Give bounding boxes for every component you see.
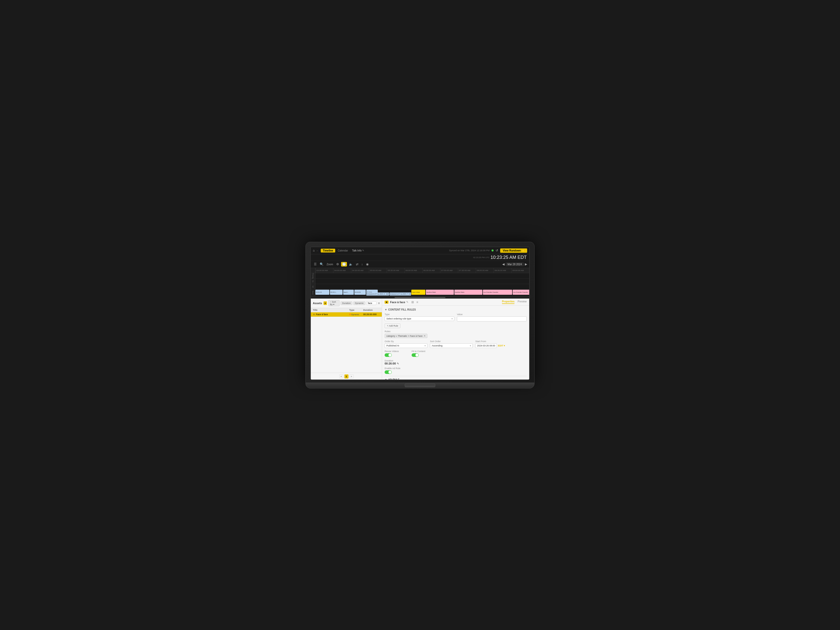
order-by-select[interactable]: Published At ▾	[385, 343, 427, 348]
duration-filter-button[interactable]: Duration	[341, 302, 352, 305]
pagination: « 1 »	[311, 373, 382, 379]
rules-section: Rules category = Thematic > Face à Face …	[385, 330, 527, 338]
ruler-mark-9: 07:30:00 AM	[458, 268, 476, 273]
timeline-block-apoiline1[interactable]: Apoiline Matin	[426, 290, 454, 295]
assets-add-button[interactable]: +	[324, 302, 327, 305]
timeline-block-gueules1[interactable]: Les Grandes Gueules	[483, 290, 512, 295]
sort-order-label: Sort Order	[430, 340, 473, 343]
section-toggle-icon[interactable]: ▼	[385, 308, 387, 311]
type-field-label: Type	[385, 313, 454, 316]
time-button[interactable]: 🕐	[341, 262, 347, 267]
next-page-button[interactable]: »	[349, 374, 354, 379]
ruler-mark-4: 05:00:00 AM	[369, 268, 387, 273]
order-by-label: Order By	[385, 340, 427, 343]
add-rule-button[interactable]: + Add Rule	[385, 324, 400, 328]
main-content: Assets + ↑ Sort By ▾ Duration Dynamic ≡	[311, 298, 529, 379]
order-by-value: Published At	[387, 344, 399, 347]
talk-info-edit-icon[interactable]: ✎	[362, 249, 364, 252]
back-icon[interactable]: ←	[316, 249, 319, 252]
grid-view-icon[interactable]: ⊞	[411, 300, 414, 304]
type-select-chevron: ▾	[452, 318, 453, 320]
col-type-header: Type	[349, 309, 363, 311]
volume-button[interactable]: 🔈	[348, 262, 354, 267]
timeline-block-face[interactable]: Face à face	[411, 290, 425, 295]
screen-bezel: ⌂ ← Timeline Calendar Talk Info ✎ Synced…	[305, 242, 535, 383]
toggles-row: Reuse Videos Fit to Content	[385, 350, 527, 357]
s1-track: S1	[311, 279, 529, 284]
ad-rule-section-header: ▼ AD RULE	[385, 378, 527, 379]
view-rundown-button[interactable]: View Rundown ⚡	[500, 248, 527, 253]
timeline-block-3[interactable]: faut-il...	[343, 290, 354, 295]
type-select[interactable]: Select ordering rule type ▾	[385, 316, 454, 321]
assets-menu-icon[interactable]: ≡	[378, 302, 380, 305]
rule-tag-text: category = Thematic > Face à Face	[387, 335, 423, 337]
date-label[interactable]: Mar 28 2024	[505, 262, 524, 266]
duration-edit-icon[interactable]: ✎	[397, 362, 399, 365]
type-value-row: Type Select ordering rule type ▾ Value	[385, 313, 527, 322]
app-container: ⌂ ← Timeline Calendar Talk Info ✎ Synced…	[311, 247, 529, 379]
type-select-value: Select ordering rule type	[387, 317, 411, 320]
duration-field: Duration 00:26:00 ✎	[385, 359, 527, 365]
next-date-button[interactable]: ▶	[525, 262, 527, 266]
assets-panel: Assets + ↑ Sort By ▾ Duration Dynamic ≡	[311, 298, 382, 379]
timeline-block-4[interactable]: 04:44:01	[354, 290, 366, 295]
s2-track: S2	[311, 284, 529, 289]
prev-page-button[interactable]: «	[339, 374, 343, 379]
content-fill-section-header: ▼ CONTENT FILL RULES	[385, 308, 527, 311]
tab-timeline[interactable]: Timeline	[321, 249, 335, 253]
rule-tag-remove-icon[interactable]: ✕	[423, 335, 426, 337]
timeline-block-1[interactable]: 03:51:21	[316, 290, 329, 295]
reuse-videos-toggle[interactable]	[385, 353, 392, 357]
header-icons: ⊞ ≡	[410, 300, 418, 304]
fit-button[interactable]: ⇄	[355, 262, 359, 267]
start-from-edit-link[interactable]: EDIT ▾	[498, 344, 505, 347]
timeline-block-emission1[interactable]: Emission le 27 ma 2024, 6 : 30/7h30	[366, 292, 389, 295]
enable-ad-rule-row: Enable Ad Rule	[385, 367, 527, 374]
value-input[interactable]	[457, 316, 527, 322]
base-track-content: 03:51:21 04:44:1... faut-il... 04:44:01	[316, 289, 529, 296]
timeline-block-apoiline2[interactable]: Apoiline Matin	[454, 290, 482, 295]
settings-button[interactable]: ⚙	[335, 262, 340, 267]
reset-button[interactable]: ↺	[496, 249, 498, 252]
page-1-button[interactable]: 1	[344, 374, 349, 379]
sort-order-chevron: ▾	[470, 345, 471, 347]
sync-status-dot	[491, 249, 494, 251]
tab-properties[interactable]: Properties	[502, 300, 515, 304]
enable-ad-toggle[interactable]	[385, 370, 392, 374]
dynamic-filter-button[interactable]: Dynamic	[353, 302, 365, 305]
start-from-input-container: 2024-03-26 08:00 EDIT ▾	[475, 343, 527, 348]
zoom-in-button[interactable]: 🔍	[319, 262, 325, 267]
ad-rule-toggle-icon[interactable]: ▼	[385, 378, 387, 379]
download-button[interactable]: ↓	[360, 262, 364, 267]
timeline-block-emission2[interactable]: Emission le 27 ma 2024, T :00/8h30	[390, 292, 411, 295]
tab-calendar[interactable]: Calendar	[336, 249, 350, 253]
order-by-field: Order By Published At ▾	[385, 340, 427, 348]
highlight-button[interactable]: ◉	[365, 262, 369, 267]
clock-time: 10:23:25 AM EDT	[491, 255, 527, 260]
start-from-value[interactable]: 2024-03-26 08:00	[475, 343, 497, 348]
ruler-mark-11: 08:30:00 AM	[494, 268, 512, 273]
item-edit-icon[interactable]: ✎	[406, 301, 408, 303]
asset-row[interactable]: ⏸ Face à face Dynamic 00:26:00.000	[311, 312, 382, 317]
order-row: Order By Published At ▾ Sort Order	[385, 340, 527, 348]
sort-order-select[interactable]: Ascending ▾	[430, 343, 473, 348]
timeline-scrollbar[interactable]	[311, 296, 529, 298]
timeline-block-2[interactable]: 04:44:1...	[330, 290, 343, 295]
list-view-icon[interactable]: ≡	[417, 300, 418, 304]
s2-track-content	[316, 284, 529, 289]
tab-preview[interactable]: Preview	[518, 300, 527, 304]
prev-date-button[interactable]: ◀	[502, 262, 505, 266]
start-from-label: Start From	[475, 340, 527, 343]
fit-to-content-label: Fit to Content	[412, 350, 425, 352]
timeline-block-gueules2[interactable]: Les Grandes Gueules	[513, 290, 529, 295]
search-input[interactable]	[366, 302, 376, 305]
sort-by-button[interactable]: ↑ Sort By ▾	[328, 300, 339, 306]
reuse-videos-label: Reuse Videos	[385, 350, 399, 352]
assets-header: Assets + ↑ Sort By ▾ Duration Dynamic ≡	[311, 298, 382, 308]
menu-button[interactable]: ☰	[313, 262, 318, 267]
s1-track-label: S1	[311, 279, 316, 284]
zoom-label: Zoom	[325, 263, 334, 266]
home-icon[interactable]: ⌂	[313, 249, 314, 252]
reuse-videos-field: Reuse Videos	[385, 350, 399, 357]
fit-to-content-toggle[interactable]	[412, 353, 419, 357]
